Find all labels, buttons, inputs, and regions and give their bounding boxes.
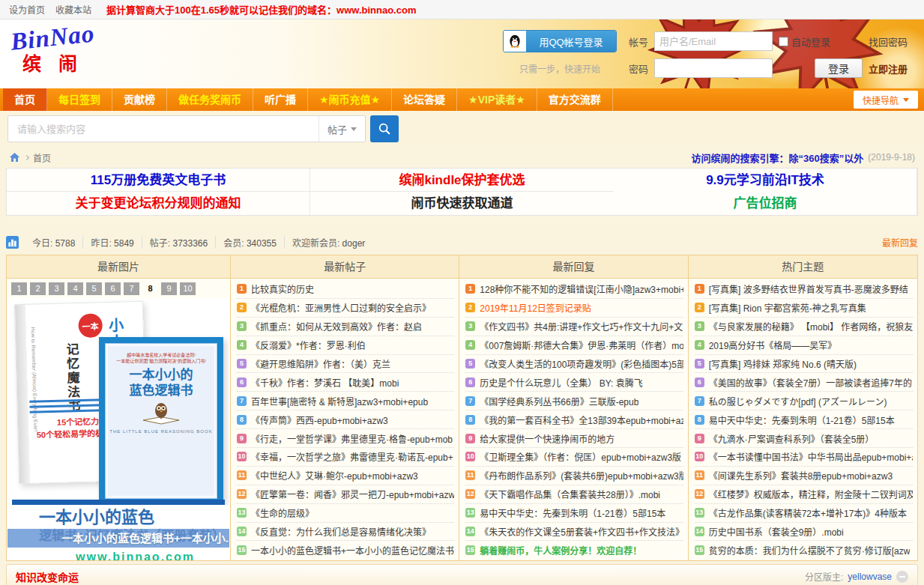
list-item[interactable]: 14 《反直觉：为什么我们总是容易情绪化决策》 <box>237 523 454 542</box>
banner-link[interactable]: 115万册免费英文电子书 <box>7 169 310 192</box>
list-item[interactable]: 7 《国学经典系列丛书66册》三联版-epub <box>465 392 683 410</box>
list-item[interactable]: 13 《生命的层级》 <box>237 504 454 523</box>
account-input[interactable] <box>654 31 773 51</box>
collapse-icon[interactable] <box>896 571 908 583</box>
banner-link[interactable]: 闹币快速获取通道 <box>310 192 614 215</box>
banner-link[interactable]: 关于变更论坛积分规则的通知 <box>7 192 310 215</box>
auto-login-checkbox[interactable] <box>779 37 788 46</box>
post-link[interactable]: [写真集] 鸡排妹 郑家纯 No.6 (晴天版) <box>709 357 857 370</box>
list-item[interactable]: 12 《红楼梦》权威版本，精注释，附金陵十二钗判词及 <box>695 485 913 504</box>
nav-item[interactable]: 每日签到 <box>47 88 112 111</box>
post-link[interactable]: 易中天中华史：先秦到朱明（1-21卷）5部15本 <box>709 413 895 426</box>
home-icon[interactable] <box>9 152 20 163</box>
post-link[interactable]: 《反溺爱》*作者：罗恩·利伯 <box>251 339 366 351</box>
list-item[interactable]: 2 2019年11月12日签到记录贴 <box>465 299 683 318</box>
post-link[interactable]: 《匠擎第一卷：闻香》邪灵一把刀-epub+mobi+azw3 <box>251 488 454 500</box>
list-item[interactable]: 8 《我的第一套百科全书》全13部39本epub+mobi+az <box>465 410 683 429</box>
list-item[interactable]: 11 《丹布朗作品系列》(套装共6册)epub+mobi+azw3版 <box>465 467 683 485</box>
list-item[interactable]: 4 2019高分好书《格局——吴军》 <box>695 336 913 355</box>
slideshow-page-button[interactable]: 3 <box>49 282 64 295</box>
post-link[interactable]: 《007詹姆斯·邦德大合集》伊恩·弗莱明（作者）mobi <box>480 339 683 351</box>
post-link[interactable]: 《丹布朗作品系列》(套装共6册)epub+mobi+azw3版 <box>480 469 683 482</box>
slideshow-page-button[interactable]: 10 <box>180 282 196 295</box>
bookmark-link[interactable]: 收藏本站 <box>55 3 91 16</box>
list-item[interactable]: 10 《一本书读懂中国书法》中华书局出品epub+mobi+a <box>695 448 913 467</box>
list-item[interactable]: 10 《卫斯理全集》（作者：倪匡）epub+mobi+azw3版 <box>465 448 683 467</box>
post-link[interactable]: 《美国的故事》（套装全7册）一部被读者追捧7年的 <box>709 376 912 389</box>
post-link[interactable]: 比较真实的历史 <box>251 282 314 295</box>
list-item[interactable]: 5 [写真集] 鸡排妹 郑家纯 No.6 (晴天版) <box>695 355 913 374</box>
post-link[interactable]: 贫穷的本质：我们为什么摆脱不了贫穷·修订版[azw <box>709 544 911 557</box>
post-link[interactable]: 私の服じゃダメですか[pdf] (アズールレーン) <box>709 395 887 407</box>
latest-reply-link[interactable]: 最新回复 <box>882 236 918 249</box>
post-link[interactable]: 《生命的层级》 <box>251 506 314 519</box>
post-link[interactable]: 《国学经典系列丛书66册》三联版-epub <box>480 395 638 407</box>
list-item[interactable]: 9 《行走，一堂哲学课》弗里德里克·格鲁-epub+mob <box>237 429 454 448</box>
nav-item[interactable]: 听广播 <box>253 88 308 111</box>
list-item[interactable]: 15 贫穷的本质：我们为什么摆脱不了贫穷·修订版[azw <box>695 541 913 560</box>
moderator-link[interactable]: yellowvase <box>848 572 892 582</box>
nav-item[interactable]: 首页 <box>3 88 47 111</box>
nav-item[interactable]: ★VIP读者★ <box>457 88 537 111</box>
post-link[interactable]: 《天下霸唱作品集（合集套装共28册）》.mobi <box>480 488 660 500</box>
post-link[interactable]: 128种你不能不知的逻辑错误[江南小隐]azw3+mobi+ <box>480 282 683 295</box>
post-link[interactable]: 《千秋》作者：梦溪石 【耽美】mobi <box>251 376 399 389</box>
nav-item[interactable]: 做任务奖闹币 <box>167 88 253 111</box>
slideshow-page-button[interactable]: 1 <box>11 282 27 295</box>
search-type-select[interactable]: 帖子 <box>318 116 365 142</box>
slideshow-page-button[interactable]: 7 <box>124 282 139 295</box>
nav-item[interactable]: ★闹币充值★ <box>308 88 392 111</box>
slideshow-page-button[interactable]: 5 <box>86 282 102 295</box>
list-item[interactable]: 4 《007詹姆斯·邦德大合集》伊恩·弗莱明（作者）mobi <box>465 336 683 355</box>
nav-item[interactable]: 官方交流群 <box>537 88 613 111</box>
post-link[interactable]: 躺着赚闹币，牛人案例分享！欢迎自荐！ <box>480 544 641 557</box>
nav-item[interactable]: 论坛答疑 <box>392 88 457 111</box>
list-item[interactable]: 12 《匠擎第一卷：闻香》邪灵一把刀-epub+mobi+azw3 <box>237 485 454 504</box>
login-button[interactable]: 登录 <box>815 58 863 78</box>
slideshow-image[interactable]: How to Remember (Almost) Everything Ever… <box>7 298 229 505</box>
search-button[interactable] <box>370 115 399 142</box>
quick-nav-button[interactable]: 快捷导航 <box>854 91 918 109</box>
post-link[interactable]: 《九滴水·尸案调查科系列》（套装全5册） <box>709 432 875 445</box>
list-item[interactable]: 6 《千秋》作者：梦溪石 【耽美】mobi <box>237 373 454 392</box>
post-link[interactable]: 《中世纪人》艾琳·鲍尔-epub+mobi+azw3 <box>251 469 418 482</box>
banner-link[interactable]: 9.9元学习前沿IT技术 <box>614 169 917 192</box>
post-link[interactable]: 《朱天衣的作文课全5册套装+作文四书+作文技法》5 <box>480 525 683 538</box>
list-item[interactable]: 11 《中世纪人》艾琳·鲍尔-epub+mobi+azw3 <box>237 467 454 485</box>
post-link[interactable]: 《间谍先生系列》套装共8册epub+mobi+azw3 <box>709 469 893 482</box>
post-link[interactable]: 《红楼梦》权威版本，精注释，附金陵十二钗判词及 <box>709 488 913 500</box>
post-link[interactable]: 《传声筒》西西-epub+mobi+azw3 <box>251 413 388 426</box>
list-item[interactable]: 1 比较真实的历史 <box>237 280 454 299</box>
list-item[interactable]: 13 《古龙作品集(读客精装72本+增补17本)》4种版本 <box>695 504 913 523</box>
list-item[interactable]: 3 《抓重点：如何从无效到高效》作者：赵启 <box>237 318 454 336</box>
list-item[interactable]: 8 《传声筒》西西-epub+mobi+azw3 <box>237 410 454 429</box>
slideshow-page-button[interactable]: 6 <box>105 282 121 295</box>
list-item[interactable]: 12 《天下霸唱作品集（合集套装共28册）》.mobi <box>465 485 683 504</box>
slideshow-caption[interactable]: 一本小小的蓝色逻辑书+一本小小... <box>7 529 229 548</box>
list-item[interactable]: 11 《间谍先生系列》套装共8册epub+mobi+azw3 <box>695 467 913 485</box>
list-item[interactable]: 6 历史是个什么玩意儿（全集） BY: 袁腾飞 <box>465 373 683 392</box>
post-link[interactable]: 《抓重点：如何从无效到高效》作者：赵启 <box>251 320 422 333</box>
set-home-link[interactable]: 设为首页 <box>9 3 45 16</box>
list-item[interactable]: 4 《反溺爱》*作者：罗恩·利伯 <box>237 336 454 355</box>
list-item[interactable]: 7 私の服じゃダメですか[pdf] (アズールレーン) <box>695 392 913 410</box>
post-link[interactable]: 百年世事[施密特 & 斯特恩]azw3+mobi+epub <box>251 395 428 407</box>
post-link[interactable]: 2019年11月12日签到记录贴 <box>480 301 591 314</box>
banner-link[interactable]: 广告位招商 <box>614 192 917 215</box>
post-link[interactable]: [写真集] 波多野结衣世界首发写真书-恶魔波多野结 <box>709 282 908 295</box>
qq-login-button[interactable]: 用QQ帐号登录 <box>503 30 617 52</box>
post-link[interactable]: 《改变人类生活的100项奇趣发明》(彩色插图本)5部 <box>480 357 683 370</box>
search-engine-notice-link[interactable]: 访问缤闹的搜索引擎：除“360搜索”以外 <box>692 151 864 165</box>
list-item[interactable]: 15 躺着赚闹币，牛人案例分享！欢迎自荐！ <box>465 541 683 560</box>
list-item[interactable]: 1 [写真集] 波多野结衣世界首发写真书-恶魔波多野结 <box>695 280 913 299</box>
post-link[interactable]: 《避开思维陷阱》作者：（美）克兰 <box>251 357 390 370</box>
post-link[interactable]: 《与良家发展的秘籍》 【mobi】 作者网络，祝狼友 <box>709 320 913 333</box>
list-item[interactable]: 6 《美国的故事》（套装全7册）一部被读者追捧7年的 <box>695 373 913 392</box>
list-item[interactable]: 14 历史中国书系（套装全9册）.mobi <box>695 523 913 542</box>
list-item[interactable]: 5 《改变人类生活的100项奇趣发明》(彩色插图本)5部 <box>465 355 683 374</box>
slideshow-page-button[interactable]: 9 <box>161 282 177 295</box>
list-item[interactable]: 10 《幸福，一次哲学之旅》弗雷德里克·勒诺瓦-epub+ <box>237 448 454 467</box>
list-item[interactable]: 13 易中天中华史：先秦到朱明（1-21卷）5部15本 <box>465 504 683 523</box>
banner-link[interactable]: 缤闹kindle保护套优选 <box>310 169 614 192</box>
register-link[interactable]: 立即注册 <box>869 61 917 76</box>
